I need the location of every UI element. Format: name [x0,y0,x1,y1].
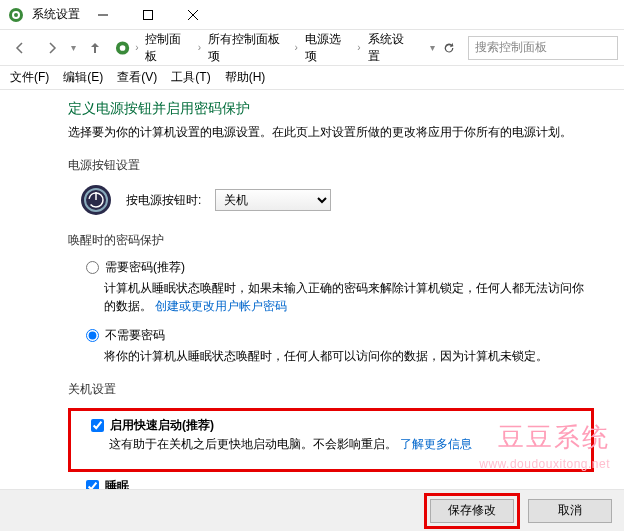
menu-tools[interactable]: 工具(T) [165,67,216,88]
svg-point-2 [14,13,18,17]
breadcrumb-dropdown-icon[interactable]: ▾ [429,42,436,53]
section-shutdown-title: 关机设置 [68,381,594,398]
fastboot-desc: 这有助于在关机之后更快地启动电脑。不会影响重启。 了解更多信息 [109,436,579,453]
section-password-title: 唤醒时的密码保护 [68,232,594,249]
refresh-icon[interactable] [442,41,456,55]
breadcrumb-item[interactable]: 系统设置 [364,29,417,67]
page-description: 选择要为你的计算机设置的电源设置。在此页上对设置所做的更改将应用于你所有的电源计… [68,124,594,141]
powerbutton-label: 按电源按钮时: [126,192,201,209]
svg-point-8 [120,45,126,51]
breadcrumb-item[interactable]: 电源选项 [301,29,354,67]
breadcrumb-item[interactable]: 控制面板 [141,29,194,67]
fastboot-link[interactable]: 了解更多信息 [400,437,472,451]
highlight-box-fastboot: 启用快速启动(推荐) 这有助于在关机之后更快地启动电脑。不会影响重启。 了解更多… [68,408,594,472]
create-password-link[interactable]: 创建或更改用户帐户密码 [155,299,287,313]
require-password-radio[interactable] [86,261,99,274]
back-button[interactable] [6,34,34,62]
maximize-button[interactable] [125,0,170,29]
highlight-box-save: 保存修改 [424,493,520,529]
no-password-radio[interactable] [86,329,99,342]
page-title: 定义电源按钮并启用密码保护 [68,100,594,118]
sleep-label: 睡眠 [105,478,129,489]
menu-edit[interactable]: 编辑(E) [57,67,109,88]
app-icon [8,7,24,23]
powerbutton-select[interactable]: 关机 [215,189,331,211]
save-button[interactable]: 保存修改 [430,499,514,523]
forward-button[interactable] [38,34,66,62]
section-powerbutton-title: 电源按钮设置 [68,157,594,174]
cancel-button[interactable]: 取消 [528,499,612,523]
menu-help[interactable]: 帮助(H) [219,67,272,88]
menu-file[interactable]: 文件(F) [4,67,55,88]
close-button[interactable] [170,0,215,29]
window-title: 系统设置 [32,6,80,23]
require-password-desc: 计算机从睡眠状态唤醒时，如果未输入正确的密码来解除计算机锁定，任何人都无法访问你… [104,279,594,315]
up-button[interactable] [81,34,109,62]
minimize-button[interactable] [80,0,125,29]
fastboot-label: 启用快速启动(推荐) [110,417,214,434]
menu-view[interactable]: 查看(V) [111,67,163,88]
sleep-checkbox[interactable] [86,480,99,489]
breadcrumb: › 控制面板› 所有控制面板项› 电源选项› 系统设置 [113,29,417,67]
control-panel-icon [115,40,130,56]
power-icon [80,184,112,216]
svg-rect-4 [143,10,152,19]
require-password-label: 需要密码(推荐) [105,259,185,276]
no-password-desc: 将你的计算机从睡眠状态唤醒时，任何人都可以访问你的数据，因为计算机未锁定。 [104,347,594,365]
breadcrumb-item[interactable]: 所有控制面板项 [204,29,291,67]
history-dropdown-icon[interactable]: ▾ [70,42,77,53]
no-password-label: 不需要密码 [105,327,165,344]
search-input[interactable]: 搜索控制面板 [468,36,618,60]
fastboot-checkbox[interactable] [91,419,104,432]
